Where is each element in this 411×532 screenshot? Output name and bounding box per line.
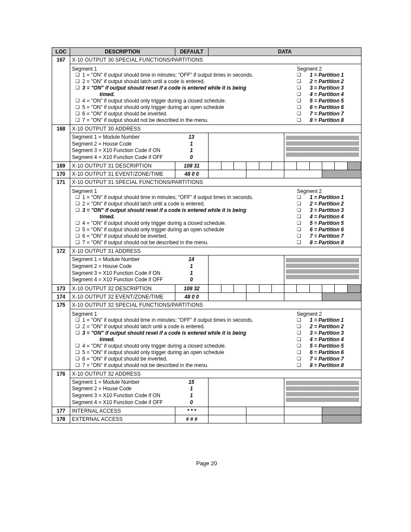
seg1-opt-5: 5 = "ON" if output should only trigger d… <box>75 104 295 111</box>
seg1-opt-1: 1 = "ON" if output should time in minute… <box>75 72 295 78</box>
loc-167: 167 <box>52 56 70 125</box>
loc-168: 168 <box>52 125 70 162</box>
loc-175: 175 <box>52 301 70 370</box>
programming-table: LOC DESCRIPTION DEFAULT DATA 167 X-10 OU… <box>52 47 361 423</box>
row-167-title: X-10 OUTPUT 30 SPECIAL FUNCTIONS/PARTITI… <box>70 56 361 64</box>
seg1-opt-2: 2 = "ON" if output should latch until a … <box>75 78 295 85</box>
loc-177: 177 <box>52 407 70 415</box>
row-176-address: Segment 1 = Module Number Segment 2 = Ho… <box>70 378 209 407</box>
page-footer: Page 20 <box>52 460 361 467</box>
col-header-data: DATA <box>209 48 361 56</box>
seg1-opt-4: 4 = "ON" if output should only trigger d… <box>75 98 295 104</box>
loc-173: 173 <box>52 284 70 292</box>
row-168-data-shade <box>284 133 361 162</box>
loc-176: 176 <box>52 370 70 407</box>
row-168-title: X-10 OUTPUT 30 ADDRESS <box>70 125 361 133</box>
shade-cell <box>347 162 361 170</box>
seg1-opt-7: 7 = "ON" if output should not be describ… <box>75 117 295 124</box>
loc-172: 172 <box>52 247 70 284</box>
row-175-segments: Segment 1 1 = "ON" if output should time… <box>70 309 361 370</box>
row-172-data-shade <box>284 255 361 284</box>
col-header-description: DESCRIPTION <box>70 48 175 56</box>
row-172-address: Segment 1 = Module Number Segment 2 = Ho… <box>70 255 209 284</box>
loc-178: 178 <box>52 415 70 423</box>
loc-170: 170 <box>52 170 70 178</box>
segment-1-options: 1 = "ON" if output should time in minute… <box>72 72 295 124</box>
row-168-address: Segment 1 = Module Number Segment 2 = Ho… <box>70 133 209 162</box>
loc-171: 171 <box>52 178 70 247</box>
segment-2-title: Segment 2 <box>297 66 359 72</box>
row-172-title: X-10 OUTPUT 31 ADDRESS <box>70 247 361 255</box>
row-170-title: X-10 OUTPUT 31 EVENT/ZONE/TIME <box>70 170 175 178</box>
row-171-title: X-10 OUTPUT 31 SPECIAL FUNCTIONS/PARTITI… <box>70 178 361 187</box>
row-168-data-blank[interactable] <box>209 133 284 162</box>
col-header-default: DEFAULT <box>175 48 209 56</box>
row-169-title: X-10 OUTPUT 31 DESCRIPTION <box>70 162 175 170</box>
loc-169: 169 <box>52 162 70 170</box>
row-171-segments: Segment 1 1 = "ON" if output should time… <box>70 187 361 247</box>
segment-1-title: Segment 1 <box>72 66 295 72</box>
seg1-opt-6: 6 = "ON" if output should be inverted. <box>75 111 295 117</box>
partition-list: 1 = Partition 1 2 = Partition 2 3 = Part… <box>297 72 359 124</box>
col-header-loc: LOC <box>52 48 70 56</box>
loc-174: 174 <box>52 292 70 301</box>
row-167-segments: Segment 1 1 = "ON" if output should time… <box>70 64 361 125</box>
row-170-default: 48 0 0 <box>175 170 209 178</box>
seg1-opt-3: 3 = "ON" if output should reset if a cod… <box>75 85 295 98</box>
shade-cell <box>322 170 361 178</box>
row-169-default: 108 31 <box>175 162 209 170</box>
